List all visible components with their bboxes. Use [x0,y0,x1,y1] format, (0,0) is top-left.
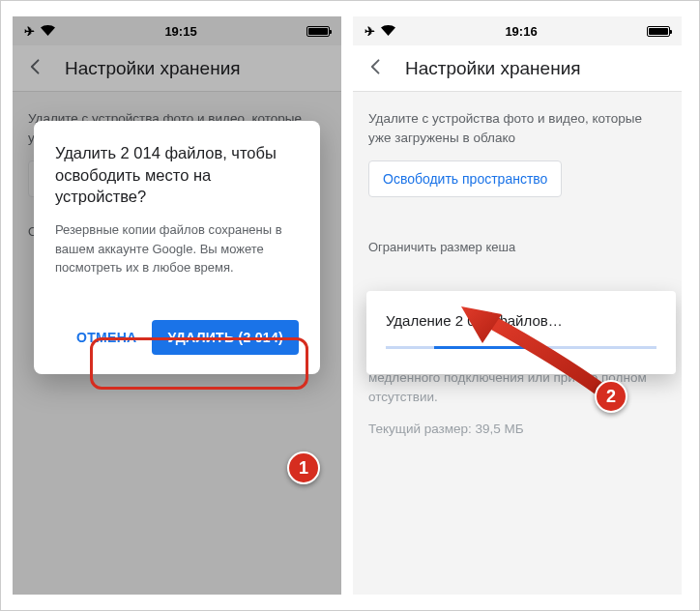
page-title: Настройки хранения [405,58,581,79]
cancel-button[interactable]: ОТМЕНА [71,322,142,353]
cache-section-label: Ограничить размер кеша [368,240,666,254]
app-header: Настройки хранения [353,45,682,92]
back-icon[interactable] [366,57,386,80]
callout-number: 2 [606,387,616,407]
cache-size: Текущий размер: 39,5 МБ [368,420,666,439]
callout-number: 1 [299,458,308,479]
status-time: 19:16 [505,24,537,39]
callout-badge-1: 1 [287,451,320,484]
battery-icon [647,26,670,37]
delete-confirm-button[interactable]: УДАЛИТЬ (2 014) [152,320,299,355]
wifi-icon [381,24,395,39]
storage-desc: Удалите с устройства фото и видео, котор… [368,109,666,147]
status-bar: ✈ 19:16 [353,16,682,45]
airplane-mode-icon: ✈ [365,24,375,39]
modal-scrim: Удалить 2 014 файлов, чтобы освободить м… [13,16,341,595]
dialog-title: Удалить 2 014 файлов, чтобы освободить м… [55,142,299,207]
dialog-actions: ОТМЕНА УДАЛИТЬ (2 014) [55,316,299,355]
screenshot-left: ✈ 19:15 Настройки хранения Удалите с уст… [13,16,341,595]
callout-badge-2: 2 [595,380,627,413]
dialog-body: Резервные копии файлов сохранены в вашем… [55,220,299,277]
free-up-space-button[interactable]: Освободить пространство [368,160,562,197]
confirm-delete-dialog: Удалить 2 014 файлов, чтобы освободить м… [34,121,320,373]
